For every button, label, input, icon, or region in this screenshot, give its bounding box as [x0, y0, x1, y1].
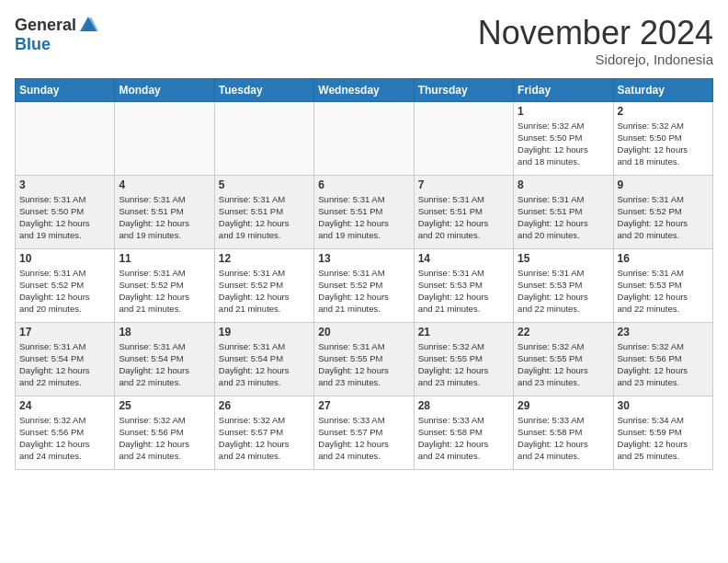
- day-info: Sunrise: 5:31 AM Sunset: 5:52 PM Dayligh…: [219, 267, 310, 316]
- day-info: Sunrise: 5:32 AM Sunset: 5:56 PM Dayligh…: [19, 414, 110, 463]
- day-cell: 1Sunrise: 5:32 AM Sunset: 5:50 PM Daylig…: [514, 101, 613, 175]
- day-number: 20: [318, 326, 409, 339]
- day-number: 1: [518, 105, 609, 118]
- day-number: 8: [518, 178, 609, 191]
- day-number: 5: [219, 178, 310, 191]
- day-cell: 6Sunrise: 5:31 AM Sunset: 5:51 PM Daylig…: [314, 175, 414, 248]
- logo: General Blue: [15, 15, 98, 54]
- day-cell: 28Sunrise: 5:33 AM Sunset: 5:58 PM Dayli…: [414, 396, 513, 469]
- day-info: Sunrise: 5:32 AM Sunset: 5:57 PM Dayligh…: [219, 414, 310, 463]
- week-row-4: 17Sunrise: 5:31 AM Sunset: 5:54 PM Dayli…: [16, 322, 713, 396]
- day-number: 21: [418, 326, 509, 339]
- week-row-1: 1Sunrise: 5:32 AM Sunset: 5:50 PM Daylig…: [16, 101, 713, 175]
- day-info: Sunrise: 5:31 AM Sunset: 5:53 PM Dayligh…: [418, 267, 509, 316]
- day-number: 4: [119, 178, 210, 191]
- day-info: Sunrise: 5:33 AM Sunset: 5:58 PM Dayligh…: [418, 414, 509, 463]
- day-number: 15: [518, 252, 609, 265]
- week-row-3: 10Sunrise: 5:31 AM Sunset: 5:52 PM Dayli…: [16, 248, 713, 322]
- day-info: Sunrise: 5:31 AM Sunset: 5:55 PM Dayligh…: [318, 340, 409, 389]
- day-number: 18: [119, 326, 210, 339]
- day-cell: 11Sunrise: 5:31 AM Sunset: 5:52 PM Dayli…: [115, 248, 214, 322]
- day-cell: 13Sunrise: 5:31 AM Sunset: 5:52 PM Dayli…: [314, 248, 414, 322]
- week-row-5: 24Sunrise: 5:32 AM Sunset: 5:56 PM Dayli…: [16, 396, 713, 469]
- day-cell: 15Sunrise: 5:31 AM Sunset: 5:53 PM Dayli…: [514, 248, 613, 322]
- day-number: 26: [219, 399, 310, 412]
- logo-icon: [78, 15, 98, 35]
- day-cell: 5Sunrise: 5:31 AM Sunset: 5:51 PM Daylig…: [214, 175, 313, 248]
- day-number: 28: [418, 399, 509, 412]
- weekday-header-thursday: Thursday: [414, 78, 513, 101]
- day-number: 24: [19, 399, 110, 412]
- day-number: 23: [618, 326, 709, 339]
- day-number: 16: [618, 252, 709, 265]
- day-info: Sunrise: 5:31 AM Sunset: 5:50 PM Dayligh…: [19, 193, 110, 242]
- weekday-header-saturday: Saturday: [613, 78, 712, 101]
- day-info: Sunrise: 5:31 AM Sunset: 5:54 PM Dayligh…: [19, 340, 110, 389]
- day-info: Sunrise: 5:31 AM Sunset: 5:54 PM Dayligh…: [119, 340, 210, 389]
- day-cell: 7Sunrise: 5:31 AM Sunset: 5:51 PM Daylig…: [414, 175, 513, 248]
- day-info: Sunrise: 5:31 AM Sunset: 5:54 PM Dayligh…: [219, 340, 310, 389]
- day-number: 25: [119, 399, 210, 412]
- day-info: Sunrise: 5:31 AM Sunset: 5:51 PM Dayligh…: [219, 193, 310, 242]
- day-cell: 17Sunrise: 5:31 AM Sunset: 5:54 PM Dayli…: [16, 322, 115, 396]
- weekday-header-row: SundayMondayTuesdayWednesdayThursdayFrid…: [16, 78, 713, 101]
- day-cell: [314, 101, 414, 175]
- day-number: 30: [618, 399, 709, 412]
- day-info: Sunrise: 5:31 AM Sunset: 5:52 PM Dayligh…: [19, 267, 110, 316]
- day-cell: 27Sunrise: 5:33 AM Sunset: 5:57 PM Dayli…: [314, 396, 414, 469]
- day-cell: [214, 101, 313, 175]
- day-cell: 4Sunrise: 5:31 AM Sunset: 5:51 PM Daylig…: [115, 175, 214, 248]
- day-cell: 16Sunrise: 5:31 AM Sunset: 5:53 PM Dayli…: [613, 248, 712, 322]
- day-info: Sunrise: 5:31 AM Sunset: 5:53 PM Dayligh…: [618, 267, 709, 316]
- day-cell: [414, 101, 513, 175]
- weekday-header-friday: Friday: [514, 78, 613, 101]
- weekday-header-wednesday: Wednesday: [314, 78, 414, 101]
- day-info: Sunrise: 5:31 AM Sunset: 5:51 PM Dayligh…: [518, 193, 609, 242]
- day-number: 17: [19, 326, 110, 339]
- day-number: 27: [318, 399, 409, 412]
- day-cell: 19Sunrise: 5:31 AM Sunset: 5:54 PM Dayli…: [214, 322, 313, 396]
- day-info: Sunrise: 5:31 AM Sunset: 5:52 PM Dayligh…: [618, 193, 709, 242]
- calendar-table: SundayMondayTuesdayWednesdayThursdayFrid…: [15, 78, 713, 470]
- day-info: Sunrise: 5:34 AM Sunset: 5:59 PM Dayligh…: [618, 414, 709, 463]
- logo-general-text: General: [15, 16, 76, 35]
- day-info: Sunrise: 5:31 AM Sunset: 5:51 PM Dayligh…: [318, 193, 409, 242]
- day-cell: 2Sunrise: 5:32 AM Sunset: 5:50 PM Daylig…: [613, 101, 712, 175]
- day-info: Sunrise: 5:33 AM Sunset: 5:58 PM Dayligh…: [518, 414, 609, 463]
- day-info: Sunrise: 5:31 AM Sunset: 5:52 PM Dayligh…: [119, 267, 210, 316]
- page-header: General Blue November 2024 Sidorejo, Ind…: [15, 15, 713, 67]
- day-number: 22: [518, 326, 609, 339]
- day-cell: 30Sunrise: 5:34 AM Sunset: 5:59 PM Dayli…: [613, 396, 712, 469]
- day-info: Sunrise: 5:33 AM Sunset: 5:57 PM Dayligh…: [318, 414, 409, 463]
- day-cell: 10Sunrise: 5:31 AM Sunset: 5:52 PM Dayli…: [16, 248, 115, 322]
- day-info: Sunrise: 5:31 AM Sunset: 5:51 PM Dayligh…: [119, 193, 210, 242]
- month-title: November 2024: [478, 15, 713, 52]
- weekday-header-tuesday: Tuesday: [214, 78, 313, 101]
- day-info: Sunrise: 5:31 AM Sunset: 5:52 PM Dayligh…: [318, 267, 409, 316]
- week-row-2: 3Sunrise: 5:31 AM Sunset: 5:50 PM Daylig…: [16, 175, 713, 248]
- weekday-header-sunday: Sunday: [16, 78, 115, 101]
- day-info: Sunrise: 5:32 AM Sunset: 5:50 PM Dayligh…: [518, 120, 609, 168]
- day-info: Sunrise: 5:32 AM Sunset: 5:55 PM Dayligh…: [518, 340, 609, 389]
- day-info: Sunrise: 5:32 AM Sunset: 5:55 PM Dayligh…: [418, 340, 509, 389]
- day-number: 12: [219, 252, 310, 265]
- day-cell: 20Sunrise: 5:31 AM Sunset: 5:55 PM Dayli…: [314, 322, 414, 396]
- day-number: 14: [418, 252, 509, 265]
- day-number: 11: [119, 252, 210, 265]
- day-info: Sunrise: 5:32 AM Sunset: 5:56 PM Dayligh…: [119, 414, 210, 463]
- day-number: 9: [618, 178, 709, 191]
- day-number: 3: [19, 178, 110, 191]
- location: Sidorejo, Indonesia: [478, 52, 713, 67]
- day-cell: 12Sunrise: 5:31 AM Sunset: 5:52 PM Dayli…: [214, 248, 313, 322]
- day-cell: 14Sunrise: 5:31 AM Sunset: 5:53 PM Dayli…: [414, 248, 513, 322]
- day-number: 2: [618, 105, 709, 118]
- day-cell: 21Sunrise: 5:32 AM Sunset: 5:55 PM Dayli…: [414, 322, 513, 396]
- day-cell: [16, 101, 115, 175]
- day-cell: 8Sunrise: 5:31 AM Sunset: 5:51 PM Daylig…: [514, 175, 613, 248]
- day-info: Sunrise: 5:31 AM Sunset: 5:51 PM Dayligh…: [418, 193, 509, 242]
- day-number: 29: [518, 399, 609, 412]
- day-info: Sunrise: 5:31 AM Sunset: 5:53 PM Dayligh…: [518, 267, 609, 316]
- day-number: 7: [418, 178, 509, 191]
- weekday-header-monday: Monday: [115, 78, 214, 101]
- day-cell: 22Sunrise: 5:32 AM Sunset: 5:55 PM Dayli…: [514, 322, 613, 396]
